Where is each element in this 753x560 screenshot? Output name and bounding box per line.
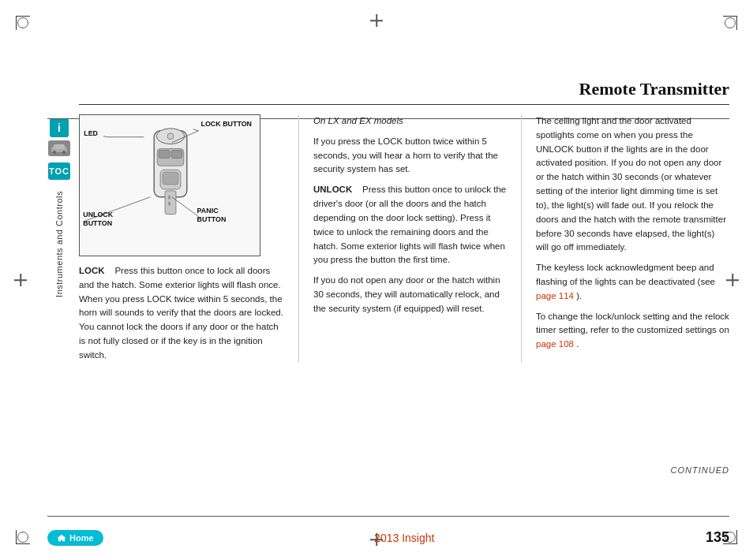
svg-point-6 [167,133,174,140]
svg-line-17 [103,136,107,137]
right-para2-container: The keyless lock acknowledgment beep and… [536,261,729,303]
svg-marker-27 [58,535,66,541]
diagram-svg: LED LOCK BUTTON UNLOCK BUTTON PANIC BUTT… [80,115,260,256]
continued-label: CONTINUED [671,465,729,475]
page-114-link[interactable]: page 114 [536,291,574,301]
toc-button[interactable]: TOC [48,162,70,180]
circle-mark-bl [17,532,28,543]
svg-text:BUTTON: BUTTON [197,215,227,223]
home-button[interactable]: Home [47,530,103,546]
unlock-text-body: Press this button once to unlock the dri… [313,185,506,264]
home-icon [57,534,66,542]
svg-text:BUTTON: BUTTON [83,219,112,227]
cross-mark-left [14,274,27,286]
svg-text:LOCK BUTTON: LOCK BUTTON [201,120,252,128]
page-title-area: Remote Transmitter [79,79,729,105]
cross-mark-top [370,14,383,27]
footer-title: 2013 Insight [374,532,434,544]
page-number: 135 [706,529,729,546]
lock-description: LOCK Press this button once to lock all … [79,264,284,363]
col-divider-2 [521,114,522,363]
middle-para1: If you press the LOCK button twice withi… [313,135,507,177]
info-icon[interactable]: i [50,118,69,137]
right-para3-container: To change the lock/unlock setting and th… [536,310,729,352]
svg-rect-11 [163,172,178,185]
lock-text-body: Press this button once to lock all doors… [79,266,283,360]
sidebar-section-label: Instruments and Controls [54,191,64,297]
page-108-link[interactable]: page 108 [536,339,574,349]
left-column: LED LOCK BUTTON UNLOCK BUTTON PANIC BUTT… [79,114,284,363]
svg-text:LED: LED [84,129,98,137]
svg-point-3 [62,151,66,154]
middle-column: On LX and EX models If you press the LOC… [313,114,507,363]
content-columns: LED LOCK BUTTON UNLOCK BUTTON PANIC BUTT… [79,114,729,363]
footer: Home 2013 Insight 135 [47,529,729,546]
svg-text:UNLOCK: UNLOCK [83,211,114,218]
right-column: The ceiling light and the door activated… [536,114,729,363]
svg-rect-1 [54,144,65,149]
lock-heading: LOCK [79,266,105,275]
car-icon[interactable] [48,140,70,156]
main-content: Remote Transmitter [79,79,729,505]
circle-mark-tl [17,17,28,28]
svg-text:PANIC: PANIC [197,207,219,215]
circle-mark-tr [725,17,736,28]
svg-rect-14 [168,202,170,206]
svg-point-2 [53,151,56,154]
svg-rect-13 [168,196,170,200]
svg-rect-8 [159,151,170,159]
page-title: Remote Transmitter [579,79,729,99]
unlock-heading: UNLOCK [313,185,352,194]
svg-rect-9 [171,151,182,159]
middle-para2: If you do not open any door or the hatch… [313,274,507,315]
key-fob-diagram: LED LOCK BUTTON UNLOCK BUTTON PANIC BUTT… [79,114,260,256]
middle-italic-label: On LX and EX models [313,114,507,129]
bottom-divider [47,516,729,517]
right-para1: The ceiling light and the door activated… [536,114,729,255]
sidebar: i TOC Instruments and Controls [47,118,71,481]
svg-line-20 [193,129,199,131]
col-divider-1 [298,114,299,363]
unlock-description: UNLOCK Press this button once to unlock … [313,183,507,267]
